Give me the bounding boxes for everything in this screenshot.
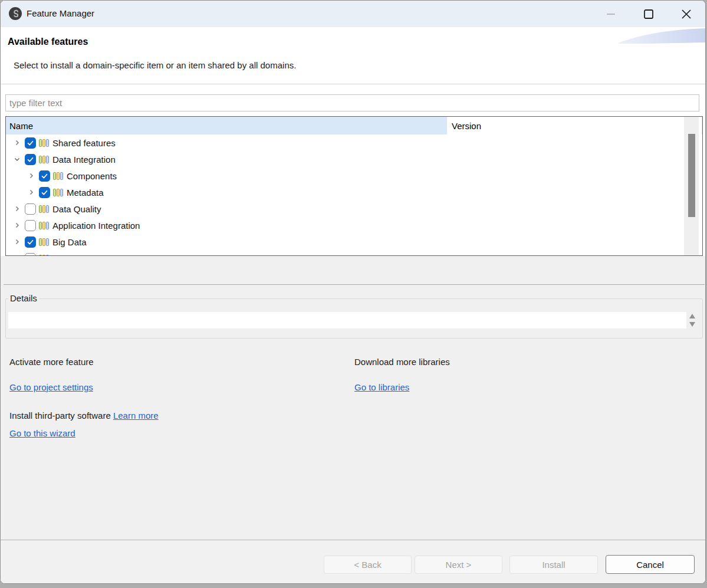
feature-icon	[39, 222, 49, 229]
feature-icon	[39, 205, 49, 213]
tree-item-label: Shared features	[52, 138, 116, 148]
feature-checkbox-data-integration[interactable]	[25, 154, 36, 165]
close-icon	[679, 7, 693, 21]
chevron-right-icon	[14, 222, 21, 229]
checkmark-icon	[26, 155, 35, 164]
details-label: Details	[8, 293, 39, 304]
column-header-version[interactable]: Version	[447, 117, 702, 134]
lower-section: Details Activate more feature Go to proj…	[1, 256, 705, 540]
next-button[interactable]: Next >	[415, 556, 502, 574]
tree-row-components[interactable]: Components	[20, 167, 684, 184]
page-subtitle: Select to install a domain-specific item…	[14, 60, 296, 70]
feature-checkbox-metadata[interactable]	[39, 187, 50, 198]
feature-selection-area: Name Version Shared featuresData Integra…	[1, 85, 705, 256]
tree-item-label: Application Integration	[52, 221, 140, 231]
tree-row-big-data[interactable]: Big Data	[6, 234, 684, 250]
chevron-right-icon	[14, 238, 21, 245]
checkmark-icon	[26, 139, 35, 147]
section-divider	[4, 284, 705, 285]
feature-icon	[53, 189, 63, 196]
expand-toggle-expanded[interactable]	[11, 151, 25, 167]
back-button[interactable]: < Back	[324, 556, 412, 574]
maximize-icon	[642, 7, 656, 21]
chevron-right-icon	[28, 189, 35, 196]
tree-row-application-integration[interactable]: Application Integration	[6, 217, 684, 234]
vertical-scrollbar[interactable]	[684, 117, 699, 255]
install-third-party-label: Install third-party software	[9, 410, 111, 421]
tree-item-label: Components	[67, 171, 117, 181]
feature-checkbox-application-integration[interactable]	[25, 220, 36, 231]
scrollbar-thumb[interactable]	[688, 134, 695, 217]
install-third-party-row: Install third-party software Learn more	[9, 410, 159, 421]
feature-checkbox-shared-features[interactable]	[25, 137, 36, 149]
install-button[interactable]: Install	[509, 556, 598, 574]
chevron-right-icon	[28, 172, 35, 179]
activate-more-feature-label: Activate more feature	[9, 357, 94, 367]
tree-item-label: Data Quality	[52, 204, 101, 214]
checkmark-icon	[40, 188, 49, 197]
window-titlebar[interactable]: Feature Manager	[1, 1, 705, 27]
feature-icon	[39, 156, 49, 163]
tree-row-shared-features[interactable]: Shared features	[6, 134, 684, 151]
download-more-libraries-label: Download more libraries	[354, 357, 450, 367]
button-bar: < Back Next > Install Cancel	[1, 540, 705, 584]
spinner-down-icon[interactable]	[689, 322, 695, 327]
tree-row-metadata[interactable]: Metadata	[20, 184, 684, 201]
tree-row-data-integration[interactable]: Data Integration	[6, 151, 684, 167]
chevron-right-icon	[14, 205, 21, 212]
tree-row-data-quality[interactable]: Data Quality	[6, 201, 684, 217]
tree-item-label: Data Integration	[52, 155, 116, 165]
minimize-button[interactable]	[592, 1, 630, 27]
tree-item-label: Big Data	[52, 237, 87, 247]
feature-icon	[53, 172, 63, 180]
expand-toggle-collapsed[interactable]	[11, 134, 25, 151]
learn-more-link[interactable]: Learn more	[113, 410, 159, 421]
feature-checkbox-big-data[interactable]	[25, 236, 36, 248]
expand-toggle-collapsed[interactable]	[11, 234, 25, 250]
chevron-down-icon	[14, 156, 21, 163]
close-button[interactable]	[667, 1, 705, 27]
feature-table: Name Version Shared featuresData Integra…	[5, 116, 703, 256]
feature-manager-window: Feature Manager	[0, 0, 706, 584]
window-title: Feature Manager	[27, 8, 94, 18]
maximize-button[interactable]	[630, 1, 667, 27]
details-spinner[interactable]	[689, 314, 696, 327]
go-to-this-wizard-link[interactable]: Go to this wizard	[9, 428, 75, 438]
column-header-name[interactable]: Name	[6, 117, 447, 134]
filter-input[interactable]	[5, 94, 699, 111]
cancel-button[interactable]: Cancel	[606, 555, 695, 574]
tree-item-label: Metadata	[67, 188, 104, 198]
go-to-libraries-link[interactable]: Go to libraries	[354, 382, 409, 392]
feature-icon	[39, 238, 49, 246]
table-header: Name Version	[6, 117, 702, 134]
minimize-icon	[604, 7, 618, 21]
wizard-header: Available features Select to install a d…	[1, 27, 705, 84]
feature-checkbox-components[interactable]	[39, 170, 50, 182]
expand-toggle-collapsed[interactable]	[11, 201, 25, 217]
banner-swoosh-decoration	[617, 27, 705, 47]
chevron-right-icon	[14, 139, 21, 146]
app-icon	[8, 6, 22, 21]
expand-toggle-collapsed[interactable]	[11, 250, 25, 256]
details-field[interactable]	[8, 312, 686, 329]
checkmark-icon	[40, 172, 49, 180]
tree-row-data-mapper[interactable]: Data Mapper	[6, 250, 684, 256]
feature-tree: Shared featuresData IntegrationComponent…	[6, 134, 684, 256]
spinner-up-icon[interactable]	[689, 314, 695, 318]
expand-toggle-collapsed[interactable]	[11, 217, 25, 234]
expand-toggle-collapsed[interactable]	[25, 184, 39, 201]
page-title: Available features	[8, 37, 88, 47]
checkmark-icon	[26, 238, 35, 247]
feature-checkbox-data-quality[interactable]	[25, 203, 36, 215]
expand-toggle-collapsed[interactable]	[25, 167, 39, 184]
feature-icon	[39, 139, 49, 147]
go-to-project-settings-link[interactable]: Go to project settings	[9, 382, 93, 392]
